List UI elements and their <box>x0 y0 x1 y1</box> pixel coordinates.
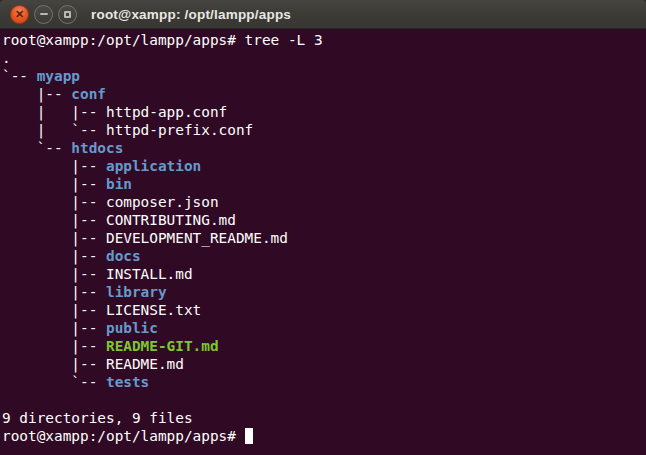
terminal-text: 9 directories, 9 files <box>2 410 193 426</box>
terminal-text: root@xampp:/opt/lampp/apps# <box>2 428 245 444</box>
terminal-line: |-- conf <box>2 85 646 103</box>
directory-name: conf <box>71 86 106 102</box>
terminal-line: |-- library <box>2 283 646 301</box>
terminal-text: `-- <box>2 68 37 84</box>
directory-name: library <box>106 284 167 300</box>
directory-name: public <box>106 320 158 336</box>
executable-name: README-GIT.md <box>106 338 219 354</box>
terminal-line: |-- CONTRIBUTING.md <box>2 211 646 229</box>
terminal-line: `-- tests <box>2 373 646 391</box>
terminal-line: |-- application <box>2 157 646 175</box>
terminal-text: |-- <box>2 284 106 300</box>
terminal-line: `-- myapp <box>2 67 646 85</box>
terminal-text: |-- DEVELOPMENT_README.md <box>2 230 288 246</box>
terminal-line: `-- htdocs <box>2 139 646 157</box>
close-button[interactable]: ✕ <box>10 5 29 24</box>
terminal-line: |-- docs <box>2 247 646 265</box>
terminal-text: |-- <box>2 338 106 354</box>
terminal-text: |-- README.md <box>2 356 184 372</box>
terminal-text: . <box>2 50 11 66</box>
terminal-text: |-- <box>2 320 106 336</box>
directory-name: myapp <box>37 68 80 84</box>
maximize-button[interactable] <box>58 5 77 24</box>
directory-name: docs <box>106 248 141 264</box>
directory-name: tests <box>106 374 149 390</box>
directory-name: application <box>106 158 201 174</box>
terminal-line: 9 directories, 9 files <box>2 409 646 427</box>
terminal-line: |-- public <box>2 319 646 337</box>
directory-name: htdocs <box>71 140 123 156</box>
terminal-text: |-- LICENSE.txt <box>2 302 201 318</box>
terminal-line <box>2 391 646 409</box>
terminal-line: |-- INSTALL.md <box>2 265 646 283</box>
terminal-text: |-- INSTALL.md <box>2 266 193 282</box>
terminal-text: |-- CONTRIBUTING.md <box>2 212 236 228</box>
close-icon: ✕ <box>15 8 24 19</box>
terminal-text: |-- composer.json <box>2 194 219 210</box>
terminal-screen[interactable]: root@xampp:/opt/lampp/apps# tree -L 3.`-… <box>0 29 646 455</box>
minimize-button[interactable] <box>34 5 53 24</box>
terminal-line: root@xampp:/opt/lampp/apps# <box>2 427 646 445</box>
maximize-icon <box>64 11 71 18</box>
titlebar[interactable]: ✕ root@xampp: /opt/lampp/apps <box>0 0 646 29</box>
terminal-line: root@xampp:/opt/lampp/apps# tree -L 3 <box>2 31 646 49</box>
terminal-cursor <box>245 428 254 444</box>
terminal-line: | |-- httpd-app.conf <box>2 103 646 121</box>
terminal-text: | `-- httpd-prefix.conf <box>2 122 253 138</box>
terminal-line: |-- DEVELOPMENT_README.md <box>2 229 646 247</box>
terminal-line: |-- LICENSE.txt <box>2 301 646 319</box>
terminal-line: |-- bin <box>2 175 646 193</box>
terminal-window: ✕ root@xampp: /opt/lampp/apps root@xampp… <box>0 0 646 455</box>
terminal-text: `-- <box>2 374 106 390</box>
terminal-line: | `-- httpd-prefix.conf <box>2 121 646 139</box>
terminal-line: |-- README-GIT.md <box>2 337 646 355</box>
directory-name: bin <box>106 176 132 192</box>
terminal-line: . <box>2 49 646 67</box>
terminal-text: |-- <box>2 86 71 102</box>
terminal-line: |-- README.md <box>2 355 646 373</box>
terminal-line: |-- composer.json <box>2 193 646 211</box>
minimize-icon <box>40 13 48 15</box>
terminal-text: | |-- httpd-app.conf <box>2 104 227 120</box>
window-title: root@xampp: /opt/lampp/apps <box>91 7 291 22</box>
terminal-text: |-- <box>2 248 106 264</box>
terminal-text: `-- <box>2 140 71 156</box>
terminal-text: |-- <box>2 158 106 174</box>
terminal-text: |-- <box>2 176 106 192</box>
terminal-text: root@xampp:/opt/lampp/apps# tree -L 3 <box>2 32 323 48</box>
